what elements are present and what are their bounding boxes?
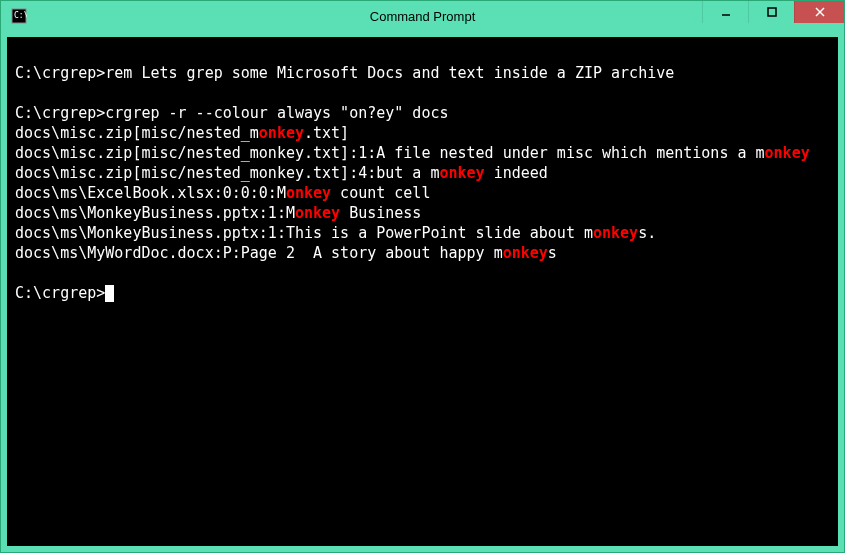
- terminal-container: C:\crgrep>rem Lets grep some Microsoft D…: [1, 31, 844, 552]
- app-icon: C:\: [9, 6, 29, 26]
- text: docs\misc.zip[misc/nested_monkey.txt]:1:…: [15, 144, 765, 162]
- text: docs\misc.zip[misc/nested_monkey.txt]:4:…: [15, 164, 439, 182]
- text: docs\ms\MyWordDoc.docx:P:Page 2 A story …: [15, 244, 503, 262]
- cursor: [105, 285, 114, 302]
- close-button[interactable]: [794, 1, 844, 23]
- command-text: crgrep -r --colour always "on?ey" docs: [105, 104, 448, 122]
- command-line: C:\crgrep>rem Lets grep some Microsoft D…: [15, 63, 830, 83]
- text: .txt]: [304, 124, 349, 142]
- highlighted-match: onkey: [259, 124, 304, 142]
- prompt: C:\crgrep>: [15, 64, 105, 82]
- text: s.: [638, 224, 656, 242]
- empty-line: [15, 43, 830, 63]
- text: docs\ms\ExcelBook.xlsx:0:0:0:M: [15, 184, 286, 202]
- svg-rect-3: [768, 8, 776, 16]
- prompt: C:\crgrep>: [15, 104, 105, 122]
- window-title: Command Prompt: [370, 9, 475, 24]
- highlighted-match: onkey: [503, 244, 548, 262]
- maximize-button[interactable]: [748, 1, 794, 23]
- command-prompt-window: C:\ Command Prompt C:\crgrep>rem Lets gr…: [0, 0, 845, 553]
- output-line: docs\ms\MonkeyBusiness.pptx:1:This is a …: [15, 223, 830, 243]
- command-text: rem Lets grep some Microsoft Docs and te…: [105, 64, 674, 82]
- window-controls: [702, 1, 844, 31]
- titlebar: C:\ Command Prompt: [1, 1, 844, 31]
- text: docs\ms\MonkeyBusiness.pptx:1:M: [15, 204, 295, 222]
- text: count cell: [331, 184, 430, 202]
- highlighted-match: onkey: [765, 144, 810, 162]
- text: docs\ms\MonkeyBusiness.pptx:1:This is a …: [15, 224, 593, 242]
- output-line: docs\misc.zip[misc/nested_monkey.txt]:4:…: [15, 163, 830, 183]
- highlighted-match: onkey: [286, 184, 331, 202]
- terminal[interactable]: C:\crgrep>rem Lets grep some Microsoft D…: [7, 37, 838, 546]
- command-line: C:\crgrep>crgrep -r --colour always "on?…: [15, 103, 830, 123]
- empty-line: [15, 83, 830, 103]
- text: s: [548, 244, 557, 262]
- minimize-button[interactable]: [702, 1, 748, 23]
- prompt-line: C:\crgrep>: [15, 283, 830, 303]
- output-line: docs\ms\MonkeyBusiness.pptx:1:Monkey Bus…: [15, 203, 830, 223]
- text: indeed: [485, 164, 548, 182]
- output-line: docs\ms\ExcelBook.xlsx:0:0:0:Monkey coun…: [15, 183, 830, 203]
- output-line: docs\misc.zip[misc/nested_monkey.txt]:1:…: [15, 143, 830, 163]
- highlighted-match: onkey: [593, 224, 638, 242]
- highlighted-match: onkey: [439, 164, 484, 182]
- empty-line: [15, 263, 830, 283]
- prompt: C:\crgrep>: [15, 284, 105, 302]
- svg-text:C:\: C:\: [14, 11, 27, 20]
- highlighted-match: onkey: [295, 204, 340, 222]
- text: docs\misc.zip[misc/nested_m: [15, 124, 259, 142]
- text: Business: [340, 204, 421, 222]
- output-line: docs\ms\MyWordDoc.docx:P:Page 2 A story …: [15, 243, 830, 263]
- output-line: docs\misc.zip[misc/nested_monkey.txt]: [15, 123, 830, 143]
